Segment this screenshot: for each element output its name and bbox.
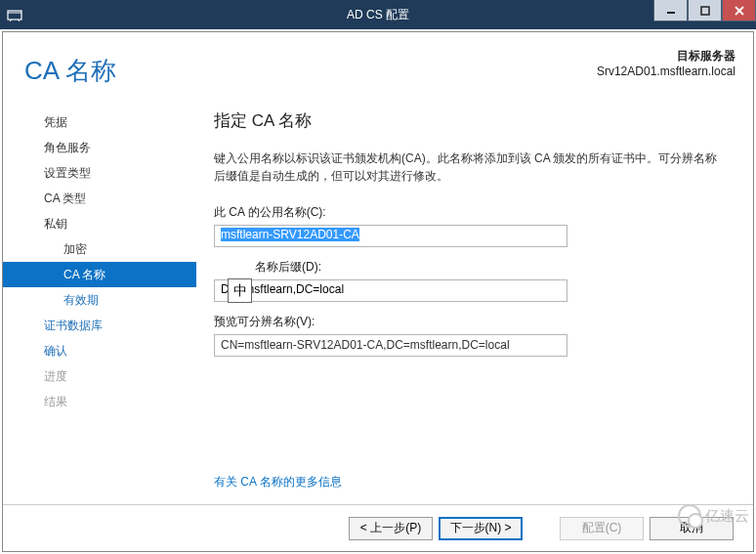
sidebar-item-role-services[interactable]: 角色服务: [3, 135, 196, 160]
preview-label: 预览可分辨名称(V):: [214, 314, 726, 330]
sidebar-item-ca-name[interactable]: CA 名称: [3, 262, 196, 287]
app-icon: [0, 0, 29, 29]
button-bar: < 上一步(P) 下一步(N) > 配置(C) 取消: [3, 504, 753, 551]
window-title: AD CS 配置: [0, 7, 756, 23]
svg-rect-2: [701, 7, 709, 15]
sidebar-item-cert-database[interactable]: 证书数据库: [3, 313, 196, 338]
main-description: 键入公用名称以标识该证书颁发机构(CA)。此名称将添加到该 CA 颁发的所有证书…: [214, 149, 726, 185]
main-heading: 指定 CA 名称: [214, 109, 726, 132]
sidebar-item-private-key[interactable]: 私钥: [3, 211, 196, 236]
sidebar-item-validity[interactable]: 有效期: [3, 287, 196, 313]
header: CA 名称 目标服务器 Srv12AD01.msftlearn.local: [3, 32, 753, 88]
target-server: 目标服务器 Srv12AD01.msftlearn.local: [597, 48, 735, 78]
common-name-label: 此 CA 的公用名称(C):: [214, 204, 726, 221]
content-frame: CA 名称 目标服务器 Srv12AD01.msftlearn.local 凭据…: [2, 31, 754, 552]
ime-indicator[interactable]: 中: [228, 278, 252, 303]
body: 凭据 角色服务 设置类型 CA 类型 私钥 加密 CA 名称 有效期 证书数据库…: [3, 88, 753, 551]
next-button[interactable]: 下一步(N) >: [439, 517, 523, 540]
sidebar-item-credentials[interactable]: 凭据: [3, 109, 196, 135]
cancel-button[interactable]: 取消: [650, 517, 734, 540]
page-title: CA 名称: [24, 48, 597, 88]
window-controls: [653, 0, 756, 21]
title-bar: AD CS 配置: [0, 0, 756, 29]
minimize-button[interactable]: [653, 0, 688, 21]
sidebar-item-setup-type[interactable]: 设置类型: [3, 160, 196, 186]
target-server-label: 目标服务器: [597, 48, 735, 64]
sidebar-item-confirmation[interactable]: 确认: [3, 338, 196, 363]
close-button[interactable]: [722, 0, 756, 21]
more-info-link[interactable]: 有关 CA 名称的更多信息: [214, 474, 342, 490]
dn-suffix-label: 名称后缀(D):: [214, 259, 726, 276]
configure-button: 配置(C): [560, 517, 644, 540]
sidebar: 凭据 角色服务 设置类型 CA 类型 私钥 加密 CA 名称 有效期 证书数据库…: [3, 109, 196, 551]
common-name-input[interactable]: msftlearn-SRV12AD01-CA: [214, 225, 567, 247]
sidebar-item-progress: 进度: [3, 363, 196, 389]
sidebar-item-results: 结果: [3, 389, 196, 414]
sidebar-item-ca-type[interactable]: CA 类型: [3, 186, 196, 211]
previous-button[interactable]: < 上一步(P): [349, 517, 433, 540]
sidebar-item-cryptography[interactable]: 加密: [3, 236, 196, 262]
svg-rect-0: [8, 11, 21, 20]
preview-input: CN=msftlearn-SRV12AD01-CA,DC=msftlearn,D…: [214, 334, 567, 357]
target-server-value: Srv12AD01.msftlearn.local: [597, 64, 735, 78]
maximize-button[interactable]: [688, 0, 722, 21]
dn-suffix-input[interactable]: DC=msftlearn,DC=local: [214, 279, 567, 302]
